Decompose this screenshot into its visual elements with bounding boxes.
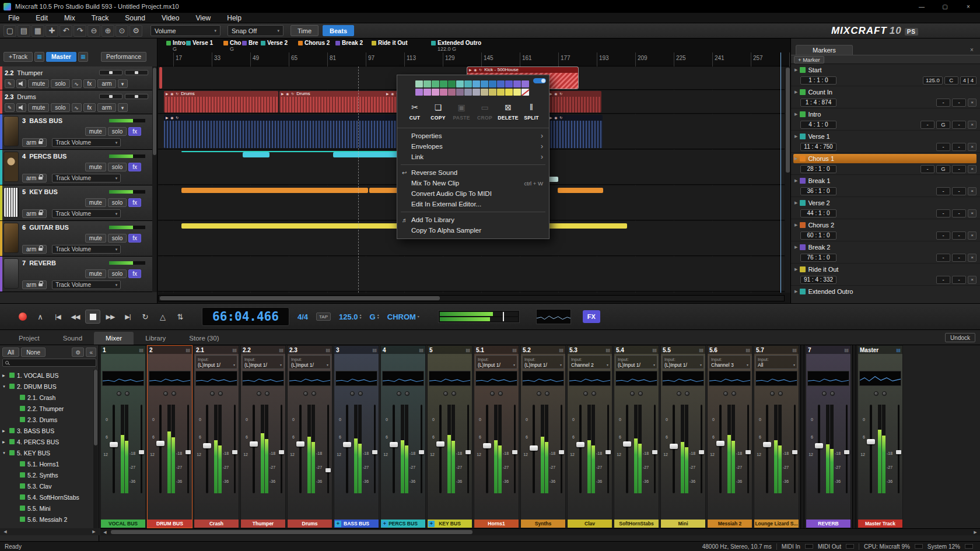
master-grid-icon[interactable]: ▦ — [78, 52, 88, 62]
marker-position[interactable]: 44 : 1 : 0 — [800, 209, 836, 217]
expand-right-icon[interactable]: ▶ — [2, 440, 7, 444]
clip-drums[interactable]: ▶ ◉ ↻Drums — [164, 91, 278, 113]
delete-icon[interactable]: ⊠DELETE — [498, 103, 519, 124]
channel-menu-icon[interactable]: ▤ — [466, 348, 470, 353]
marker-break-2[interactable]: ▶Break 276 : 1 : 0--× — [791, 241, 980, 264]
channel-strip-1[interactable]: 1▤0612-18-27-36VOCAL BUS — [100, 345, 146, 528]
marker-field[interactable]: - — [936, 276, 950, 284]
send-fader[interactable] — [139, 405, 145, 493]
channel-menu-icon[interactable]: ▤ — [512, 348, 517, 353]
color-swatch[interactable] — [489, 80, 496, 87]
marker-field[interactable]: C — [944, 76, 958, 85]
save-icon[interactable]: ▦ — [32, 25, 44, 37]
send-fader[interactable] — [186, 405, 191, 493]
collapse-sidebar-button[interactable]: « — [86, 348, 96, 357]
mute-button[interactable]: mute — [85, 269, 106, 278]
fader-handle[interactable] — [110, 442, 118, 447]
send-knob[interactable] — [452, 391, 456, 396]
send-knob[interactable] — [732, 391, 736, 396]
fader-handle[interactable] — [156, 441, 164, 446]
gain-mini-slider[interactable] — [99, 70, 123, 75]
send-fader[interactable] — [326, 405, 331, 493]
send-knob[interactable] — [172, 391, 176, 396]
fader-handle[interactable] — [390, 442, 398, 447]
automation-param-dropdown[interactable]: Track Volume▾ — [52, 174, 121, 183]
input-selector[interactable]: Input:All▾ — [755, 355, 797, 369]
marker-position[interactable]: 91 : 4 : 332 — [800, 276, 836, 284]
marker-delete-button[interactable]: × — [968, 121, 977, 129]
loop-button[interactable]: ↻ — [138, 310, 153, 324]
mini-fader-handle[interactable] — [279, 450, 284, 454]
fader-handle[interactable] — [576, 442, 584, 447]
arm-button[interactable]: arm — [22, 280, 47, 289]
redo-icon[interactable]: ↷ — [74, 25, 86, 37]
channel-menu-icon[interactable]: ▤ — [606, 348, 610, 353]
mixer-track-item-5-2-synths[interactable]: 5.2. Synths — [0, 469, 93, 480]
send-knob[interactable] — [397, 391, 401, 396]
volume-fader[interactable] — [296, 405, 305, 493]
channel-menu-icon[interactable]: ▤ — [746, 348, 750, 353]
section-marker-cho[interactable]: ChoG — [223, 40, 241, 52]
fader-handle[interactable] — [203, 443, 211, 448]
mini-fader-handle[interactable] — [466, 450, 471, 454]
mute-button[interactable]: mute — [85, 127, 106, 136]
solo-button[interactable]: solo — [51, 79, 69, 88]
fx-button[interactable]: fx — [128, 198, 141, 207]
sidebar-scrollbar[interactable] — [93, 370, 98, 533]
color-swatch[interactable] — [473, 89, 480, 96]
pan-mini-slider[interactable] — [125, 70, 148, 75]
scroll-right-icon[interactable]: ▶ — [90, 529, 97, 534]
marker-play-icon[interactable]: ▶ — [794, 156, 797, 161]
arm-button[interactable]: arm — [22, 209, 47, 218]
mini-fader-handle[interactable] — [652, 450, 657, 454]
menu-track[interactable]: Track — [83, 13, 117, 23]
channel-menu-icon[interactable]: ▤ — [232, 348, 237, 353]
time-display[interactable]: 66:04.466 — [202, 307, 289, 326]
marker-field[interactable]: - — [936, 254, 950, 262]
input-selector[interactable]: Input:(L)Input 1/▾ — [615, 355, 657, 369]
copy-icon[interactable]: ❏COPY — [428, 103, 449, 124]
scroll-left-icon[interactable]: ◀ — [2, 529, 9, 534]
marker-field[interactable]: 125.0 — [923, 76, 943, 85]
fader-handle[interactable] — [436, 441, 444, 447]
menu-edit[interactable]: Edit — [27, 13, 56, 23]
mixer-track-item-5-5-mini[interactable]: 5.5. Mini — [0, 503, 93, 514]
fader-handle[interactable] — [483, 443, 491, 448]
master-fx-button[interactable]: FX — [583, 310, 600, 323]
input-selector[interactable]: Input:(L)Input 1/▾ — [522, 355, 564, 369]
marker-field[interactable]: - — [952, 143, 966, 151]
marker-field[interactable]: - — [936, 187, 950, 195]
arm-button[interactable]: arm — [22, 245, 47, 254]
markers-close-icon[interactable]: × — [967, 47, 977, 53]
marker-delete-button[interactable]: × — [968, 187, 977, 195]
go-to-end-button[interactable]: ▶| — [120, 310, 135, 324]
mixer-track-item-5-6-messiah-2[interactable]: 5.6. Messiah 2 — [0, 514, 93, 525]
clip[interactable] — [159, 67, 162, 89]
color-swatch[interactable] — [489, 89, 496, 96]
fast-forward-button[interactable]: ▶▶ — [103, 310, 118, 324]
channel-strip-5-7[interactable]: 5.7▤Input:All▾0612-18-27-36Lounge Lizard… — [754, 345, 799, 528]
send-fader[interactable] — [372, 405, 378, 493]
volume-fader[interactable] — [866, 405, 876, 493]
fader-handle[interactable] — [623, 441, 631, 447]
mixer-track-item-5-1-horns1[interactable]: 5.1. Horns1 — [0, 458, 93, 469]
channel-menu-icon[interactable]: ▤ — [372, 348, 377, 353]
channel-menu-icon[interactable]: ▤ — [186, 348, 190, 353]
mixer-track-item-5-3-clav[interactable]: 5.3. Clav — [0, 480, 93, 492]
mini-fader-handle[interactable] — [326, 468, 331, 472]
marker-field[interactable]: - — [936, 143, 950, 151]
clip[interactable]: ▶ ◉ ↻ — [548, 91, 601, 113]
undock-button[interactable]: Undock — [945, 333, 975, 342]
send-knob[interactable] — [822, 391, 827, 396]
marker-delete-button[interactable]: × — [968, 165, 977, 173]
channel-strip-7[interactable]: 7▤0612-18-27-36REVERB — [806, 345, 851, 528]
volume-fader[interactable] — [482, 405, 492, 493]
undo-icon[interactable]: ↶ — [60, 25, 72, 37]
no-color-swatch[interactable] — [522, 89, 529, 96]
input-selector[interactable]: Input:(L)Input 1/▾ — [289, 355, 331, 369]
mute-button[interactable]: mute — [85, 163, 106, 171]
scale-spinner-icon[interactable]: ▾ — [418, 315, 419, 318]
expand-channels-button[interactable]: + — [382, 521, 388, 527]
marker-field[interactable]: - — [952, 165, 966, 173]
menu-sound[interactable]: Sound — [117, 13, 153, 23]
